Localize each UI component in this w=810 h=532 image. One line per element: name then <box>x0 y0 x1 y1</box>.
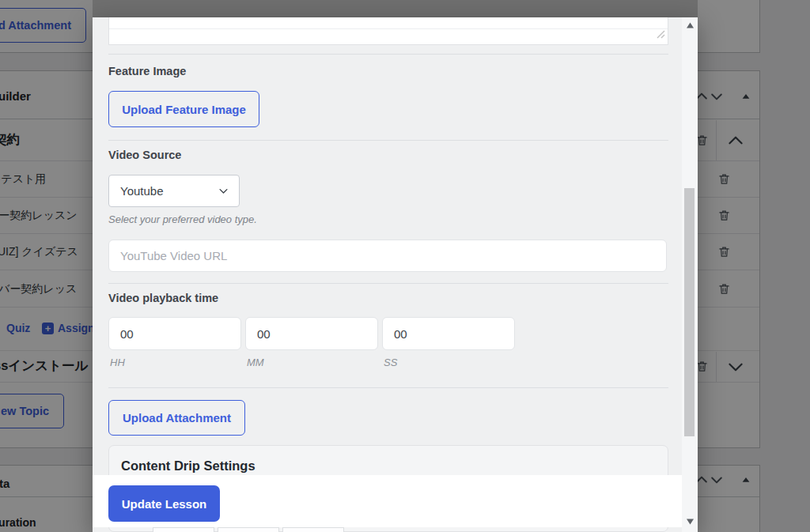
mm-label: MM <box>247 357 264 368</box>
playback-ss-input[interactable] <box>382 317 515 350</box>
chevron-down-icon <box>218 185 229 197</box>
video-source-select[interactable]: Youtube <box>108 175 240 207</box>
drip-field-peek <box>218 527 279 532</box>
hh-label: HH <box>110 357 125 368</box>
scroll-down-icon[interactable] <box>682 516 698 527</box>
divider <box>108 283 668 284</box>
modal-footer: Update Lesson <box>93 475 684 527</box>
divider <box>108 140 668 141</box>
drip-field-peek <box>282 527 344 532</box>
playback-mm-input[interactable] <box>245 317 378 350</box>
update-lesson-button[interactable]: Update Lesson <box>108 485 220 522</box>
video-source-helper: Select your preferred video type. <box>108 213 257 225</box>
scrollbar-thumb[interactable] <box>684 188 695 436</box>
screen: d Attachment uilder 契約 <box>0 0 810 532</box>
ss-label: SS <box>384 357 397 368</box>
upload-feature-image-button[interactable]: Upload Feature Image <box>108 91 259 127</box>
divider <box>108 387 668 388</box>
modal-top-gap <box>93 0 698 17</box>
upload-attachment-button[interactable]: Upload Attachment <box>108 400 245 436</box>
playback-hh-input[interactable] <box>108 317 241 350</box>
scroll-up-icon[interactable] <box>682 20 698 31</box>
content-drip-title: Content Drip Settings <box>121 458 255 474</box>
youtube-video-url-input[interactable] <box>108 240 667 272</box>
video-source-label: Video Source <box>108 149 181 161</box>
lesson-description-editor[interactable] <box>108 17 668 45</box>
resize-grip-icon[interactable] <box>656 28 665 42</box>
modal-scrollbar[interactable] <box>682 17 698 532</box>
video-source-value: Youtube <box>120 184 164 198</box>
divider <box>108 54 668 55</box>
editor-statusbar-divider <box>109 28 668 29</box>
feature-image-label: Feature Image <box>108 65 186 77</box>
update-lesson-modal: Feature Image Upload Feature Image Video… <box>93 17 698 532</box>
drip-field-peek <box>153 527 214 532</box>
playback-time-label: Video playback time <box>108 292 218 304</box>
